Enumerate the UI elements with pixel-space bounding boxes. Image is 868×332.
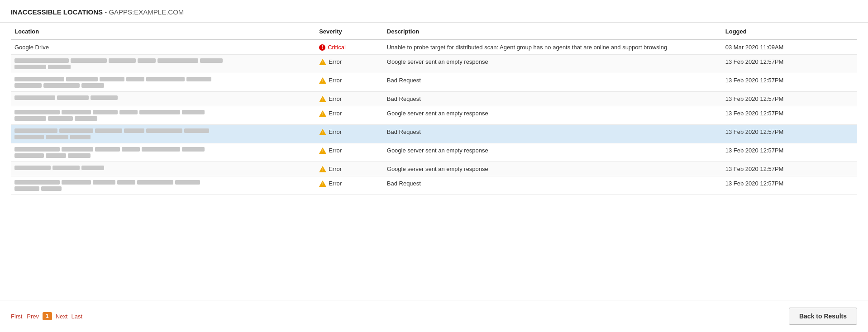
table-row: ErrorGoogle server sent an empty respons… bbox=[11, 106, 857, 125]
cell-severity: Error bbox=[315, 162, 383, 176]
page-header: INACCESSIBLE LOCATIONS - GAPPS:EXAMPLE.C… bbox=[0, 0, 868, 23]
table-row: ErrorGoogle server sent an empty respons… bbox=[11, 162, 857, 176]
cell-location bbox=[11, 125, 315, 143]
cell-location: Google Drive bbox=[11, 40, 315, 55]
pagination-first[interactable]: First bbox=[11, 313, 22, 320]
title-sub: - GAPPS:EXAMPLE.COM bbox=[105, 8, 184, 16]
cell-location bbox=[11, 55, 315, 73]
cell-location bbox=[11, 176, 315, 195]
severity-label: Error bbox=[329, 128, 342, 135]
title-main: INACCESSIBLE LOCATIONS bbox=[11, 8, 103, 16]
cell-severity: !Critical bbox=[315, 40, 383, 55]
table-row: ErrorGoogle server sent an empty respons… bbox=[11, 55, 857, 73]
col-header-logged: Logged bbox=[722, 23, 857, 40]
table-header-row: Location Severity Description Logged bbox=[11, 23, 857, 40]
table-container: Location Severity Description Logged Goo… bbox=[0, 23, 868, 296]
error-icon bbox=[319, 166, 326, 172]
cell-description: Google server sent an empty response bbox=[383, 162, 722, 176]
severity-label: Error bbox=[329, 58, 342, 65]
footer: First Prev 1 Next Last Back to Results bbox=[0, 300, 868, 332]
table-row: ErrorBad Request13 Feb 2020 12:57PM bbox=[11, 92, 857, 106]
cell-logged: 13 Feb 2020 12:57PM bbox=[722, 73, 857, 92]
pagination: First Prev 1 Next Last bbox=[11, 312, 82, 320]
error-icon bbox=[319, 180, 326, 187]
severity-label: Error bbox=[329, 180, 342, 187]
cell-description: Unable to probe target for distributed s… bbox=[383, 40, 722, 55]
cell-location bbox=[11, 106, 315, 125]
cell-logged: 13 Feb 2020 12:57PM bbox=[722, 125, 857, 143]
pagination-current: 1 bbox=[43, 312, 52, 320]
error-icon bbox=[319, 96, 326, 102]
cell-logged: 13 Feb 2020 12:57PM bbox=[722, 176, 857, 195]
error-icon bbox=[319, 110, 326, 117]
severity-label: Error bbox=[329, 166, 342, 172]
cell-logged: 03 Mar 2020 11:09AM bbox=[722, 40, 857, 55]
severity-label: Error bbox=[329, 110, 342, 117]
cell-description: Google server sent an empty response bbox=[383, 143, 722, 162]
cell-severity: Error bbox=[315, 55, 383, 73]
pagination-last[interactable]: Last bbox=[71, 313, 82, 320]
cell-description: Google server sent an empty response bbox=[383, 55, 722, 73]
cell-logged: 13 Feb 2020 12:57PM bbox=[722, 55, 857, 73]
critical-icon: ! bbox=[319, 44, 325, 51]
table-row: ErrorBad Request13 Feb 2020 12:57PM bbox=[11, 176, 857, 195]
cell-location bbox=[11, 73, 315, 92]
cell-severity: Error bbox=[315, 92, 383, 106]
severity-label: Critical bbox=[328, 44, 346, 51]
cell-severity: Error bbox=[315, 143, 383, 162]
error-icon bbox=[319, 129, 326, 135]
pagination-next[interactable]: Next bbox=[56, 313, 68, 320]
table-row: ErrorBad Request13 Feb 2020 12:57PM bbox=[11, 125, 857, 143]
cell-severity: Error bbox=[315, 73, 383, 92]
pagination-prev[interactable]: Prev bbox=[27, 313, 39, 320]
page-container: INACCESSIBLE LOCATIONS - GAPPS:EXAMPLE.C… bbox=[0, 0, 868, 332]
error-icon bbox=[319, 59, 326, 65]
cell-logged: 13 Feb 2020 12:57PM bbox=[722, 92, 857, 106]
error-icon bbox=[319, 147, 326, 154]
cell-description: Bad Request bbox=[383, 92, 722, 106]
cell-location bbox=[11, 92, 315, 106]
table-row: ErrorBad Request13 Feb 2020 12:57PM bbox=[11, 73, 857, 92]
col-header-location: Location bbox=[11, 23, 315, 40]
cell-description: Google server sent an empty response bbox=[383, 106, 722, 125]
cell-location bbox=[11, 162, 315, 176]
cell-severity: Error bbox=[315, 125, 383, 143]
cell-logged: 13 Feb 2020 12:57PM bbox=[722, 162, 857, 176]
cell-severity: Error bbox=[315, 176, 383, 195]
cell-severity: Error bbox=[315, 106, 383, 125]
error-icon bbox=[319, 77, 326, 84]
table-row: ErrorGoogle server sent an empty respons… bbox=[11, 143, 857, 162]
page-title: INACCESSIBLE LOCATIONS - GAPPS:EXAMPLE.C… bbox=[11, 8, 184, 16]
cell-location bbox=[11, 143, 315, 162]
results-table: Location Severity Description Logged Goo… bbox=[11, 23, 857, 195]
severity-label: Error bbox=[329, 95, 342, 102]
cell-description: Bad Request bbox=[383, 125, 722, 143]
cell-description: Bad Request bbox=[383, 176, 722, 195]
table-body: Google Drive!CriticalUnable to probe tar… bbox=[11, 40, 857, 195]
cell-logged: 13 Feb 2020 12:57PM bbox=[722, 106, 857, 125]
severity-label: Error bbox=[329, 147, 342, 154]
col-header-description: Description bbox=[383, 23, 722, 40]
cell-description: Bad Request bbox=[383, 73, 722, 92]
table-row: Google Drive!CriticalUnable to probe tar… bbox=[11, 40, 857, 55]
severity-label: Error bbox=[329, 77, 342, 84]
col-header-severity: Severity bbox=[315, 23, 383, 40]
cell-logged: 13 Feb 2020 12:57PM bbox=[722, 143, 857, 162]
back-to-results-button[interactable]: Back to Results bbox=[789, 308, 857, 325]
